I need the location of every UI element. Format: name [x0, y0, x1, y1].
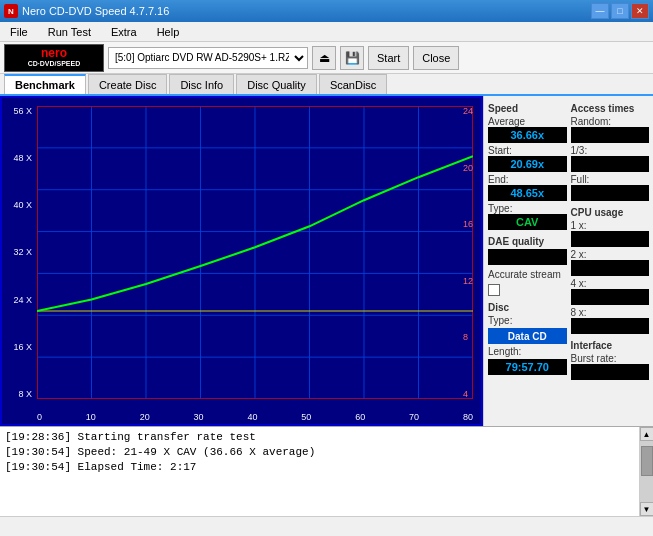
cpu-2x-label: 2 x:	[571, 249, 650, 260]
access-section-title: Access times	[571, 103, 650, 114]
x-label-40: 40	[247, 412, 257, 422]
y-label-8: 8 X	[18, 389, 32, 399]
disc-length-label: Length:	[488, 346, 567, 357]
y-right-24: 24	[463, 106, 473, 116]
x-label-10: 10	[86, 412, 96, 422]
full-stat: Full:	[571, 174, 650, 201]
stats-left-col: Speed Average 36.66x Start: 20.69x End: …	[488, 100, 567, 422]
toolbar: nero CD·DVD/SPEED [5:0] Optiarc DVD RW A…	[0, 42, 653, 74]
cpu-1x-value	[571, 231, 650, 247]
menu-bar: File Run Test Extra Help	[0, 22, 653, 42]
accurate-stream-checkbox-area[interactable]	[488, 284, 567, 296]
log-scrollbar: ▲ ▼	[639, 427, 653, 516]
cpu-2x-value	[571, 260, 650, 276]
panel-columns: Speed Average 36.66x Start: 20.69x End: …	[488, 100, 649, 422]
log-content: [19:28:36] Starting transfer rate test […	[0, 427, 639, 516]
burst-label: Burst rate:	[571, 353, 650, 364]
accurate-stream-checkbox[interactable]	[488, 284, 500, 296]
x-label-0: 0	[37, 412, 42, 422]
y-right-16: 16	[463, 219, 473, 229]
log-line-1: [19:28:36] Starting transfer rate test	[5, 430, 634, 445]
app-logo: nero CD·DVD/SPEED	[4, 44, 104, 72]
eject-icon[interactable]: ⏏	[312, 46, 336, 70]
menu-run-test[interactable]: Run Test	[42, 24, 97, 40]
end-stat: End: 48.65x	[488, 174, 567, 201]
tab-disc-info[interactable]: Disc Info	[169, 74, 234, 94]
start-label: Start:	[488, 145, 567, 156]
menu-file[interactable]: File	[4, 24, 34, 40]
maximize-button[interactable]: □	[611, 3, 629, 19]
cpu-8x-label: 8 x:	[571, 307, 650, 318]
y-label-56: 56 X	[13, 106, 32, 116]
speed-section-title: Speed	[488, 103, 567, 114]
stats-right-col: Access times Random: 1/3: Full: CPU usag…	[571, 100, 650, 422]
chart-area: 56 X 48 X 40 X 32 X 24 X 16 X 8 X	[0, 96, 483, 426]
save-icon[interactable]: 💾	[340, 46, 364, 70]
window-controls: — □ ✕	[591, 3, 649, 19]
log-line-3: [19:30:54] Elapsed Time: 2:17	[5, 460, 634, 475]
drive-selector[interactable]: [5:0] Optiarc DVD RW AD-5290S+ 1.RZ	[108, 47, 308, 69]
y-label-24: 24 X	[13, 295, 32, 305]
type-value: CAV	[488, 214, 567, 230]
tab-benchmark[interactable]: Benchmark	[4, 74, 86, 94]
cpu-8x-value	[571, 318, 650, 334]
x-label-60: 60	[355, 412, 365, 422]
average-label: Average	[488, 116, 567, 127]
average-stat: Average 36.66x	[488, 116, 567, 143]
app-icon: N	[4, 4, 18, 18]
y-label-40: 40 X	[13, 200, 32, 210]
one-third-stat: 1/3:	[571, 145, 650, 172]
start-stat: Start: 20.69x	[488, 145, 567, 172]
tab-create-disc[interactable]: Create Disc	[88, 74, 167, 94]
end-label: End:	[488, 174, 567, 185]
random-value	[571, 127, 650, 143]
cpu-1x-label: 1 x:	[571, 220, 650, 231]
cpu-4x-label: 4 x:	[571, 278, 650, 289]
full-label: Full:	[571, 174, 650, 185]
tab-disc-quality[interactable]: Disc Quality	[236, 74, 317, 94]
accurate-stream-label: Accurate stream	[488, 269, 567, 280]
menu-extra[interactable]: Extra	[105, 24, 143, 40]
dae-section-title: DAE quality	[488, 236, 567, 247]
interface-section-title: Interface	[571, 340, 650, 351]
cpu-1x-stat: 1 x:	[571, 220, 650, 247]
x-label-80: 80	[463, 412, 473, 422]
disc-type-label: Type:	[488, 315, 567, 326]
burst-value	[571, 364, 650, 380]
scroll-up-button[interactable]: ▲	[640, 427, 654, 441]
burst-stat: Burst rate:	[571, 353, 650, 380]
type-label: Type:	[488, 203, 567, 214]
type-stat: Type: CAV	[488, 203, 567, 230]
minimize-button[interactable]: —	[591, 3, 609, 19]
start-button[interactable]: Start	[368, 46, 409, 70]
app-title: Nero CD-DVD Speed 4.7.7.16	[22, 5, 169, 17]
x-label-50: 50	[301, 412, 311, 422]
y-right-12: 12	[463, 276, 473, 286]
tab-scan-disc[interactable]: ScanDisc	[319, 74, 387, 94]
menu-help[interactable]: Help	[151, 24, 186, 40]
disc-type-value: Data CD	[488, 328, 567, 344]
y-right-4: 4	[463, 389, 468, 399]
cpu-section-title: CPU usage	[571, 207, 650, 218]
y-label-16: 16 X	[13, 342, 32, 352]
random-label: Random:	[571, 116, 650, 127]
scroll-track[interactable]	[640, 441, 653, 502]
close-window-button[interactable]: ✕	[631, 3, 649, 19]
y-label-32: 32 X	[13, 247, 32, 257]
cpu-4x-stat: 4 x:	[571, 278, 650, 305]
start-value: 20.69x	[488, 156, 567, 172]
scroll-down-button[interactable]: ▼	[640, 502, 654, 516]
close-button[interactable]: Close	[413, 46, 459, 70]
chart-inner	[37, 106, 473, 399]
end-value: 48.65x	[488, 185, 567, 201]
x-label-70: 70	[409, 412, 419, 422]
scroll-thumb[interactable]	[641, 446, 653, 476]
average-value: 36.66x	[488, 127, 567, 143]
full-value	[571, 185, 650, 201]
cpu-8x-stat: 8 x:	[571, 307, 650, 334]
x-axis: 0 10 20 30 40 50 60 70 80	[37, 412, 473, 422]
status-bar	[0, 516, 653, 536]
log-area: [19:28:36] Starting transfer rate test […	[0, 426, 653, 516]
y-right-20: 20	[463, 163, 473, 173]
right-panel: Speed Average 36.66x Start: 20.69x End: …	[483, 96, 653, 426]
